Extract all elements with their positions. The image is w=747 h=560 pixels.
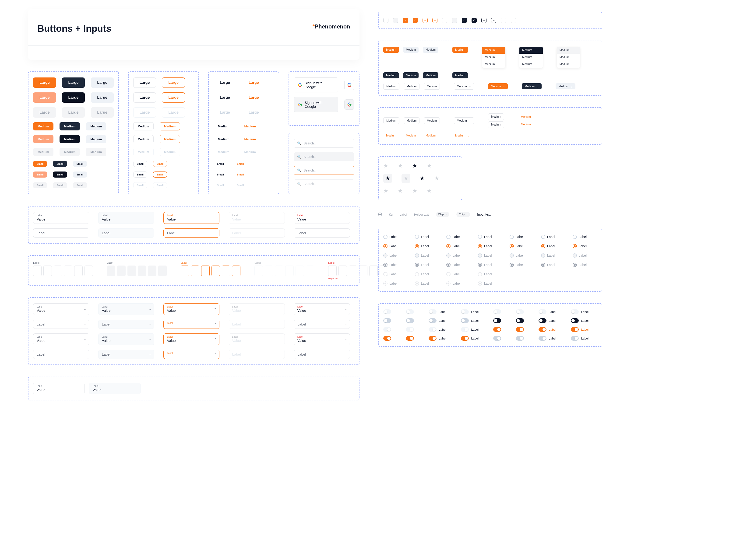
btn-ghost-md[interactable]: Medium <box>213 122 234 130</box>
radio-unchecked-hover[interactable]: Label <box>541 254 566 258</box>
select-active[interactable]: LabelValue⌃ <box>163 334 220 345</box>
toggle-on-orange[interactable] <box>516 327 524 332</box>
checkbox-unchecked-hover[interactable] <box>452 18 457 23</box>
tag-outline[interactable]: Medium <box>404 117 420 124</box>
star-icon-filled[interactable]: ★ <box>420 175 425 182</box>
select-empty-active[interactable]: Label⌃ <box>163 320 220 329</box>
btn-outline-md[interactable]: Medium <box>133 122 154 130</box>
btn-outline-large-hover[interactable]: Large <box>133 92 156 103</box>
btn-outline-orange-large[interactable]: Large <box>162 77 185 88</box>
toggle-off[interactable] <box>406 310 414 314</box>
radio-unchecked-hover[interactable]: Label <box>510 254 534 258</box>
radio-checked-orange[interactable]: Label <box>510 244 534 248</box>
tag-button-dark[interactable]: Medium <box>453 72 468 78</box>
google-signin-button[interactable]: Sign in with Google <box>294 77 338 92</box>
tag-dark[interactable]: Medium <box>423 72 438 78</box>
text-input-empty-hover[interactable]: Label <box>98 229 154 238</box>
tag-grey[interactable]: Medium <box>423 47 438 53</box>
tag-text-orange[interactable]: Medium <box>403 133 419 139</box>
btn-ghost-orange-large-hover[interactable]: Large <box>242 92 265 103</box>
toggle-off[interactable] <box>516 310 524 314</box>
btn-outline-orange-md[interactable]: Medium <box>160 122 180 130</box>
btn-outline-md-hover[interactable]: Medium <box>133 135 154 143</box>
btn-ghost-large-hover[interactable]: Large <box>213 92 236 103</box>
radio-unchecked[interactable]: Label <box>541 235 566 239</box>
btn-outline-orange-md-hover[interactable]: Medium <box>160 135 180 143</box>
radio-unchecked-hover[interactable]: Label <box>415 254 439 258</box>
btn-ghost-sm-hover[interactable]: Small <box>213 171 227 178</box>
menu-item[interactable]: Medium <box>519 54 543 61</box>
tag-text-orange[interactable]: Medium <box>383 133 399 139</box>
btn-ghost-orange-md[interactable]: Medium <box>240 122 260 130</box>
toggle-off-label-hover[interactable]: Label <box>461 318 487 323</box>
tag-dark[interactable]: Medium <box>403 72 419 78</box>
btn-outline-orange-large-hover[interactable]: Large <box>162 92 185 103</box>
tag-text-orange[interactable]: Medium <box>518 114 534 120</box>
toggle-on-orange[interactable] <box>406 336 414 341</box>
dropdown-grey[interactable]: Medium⌄ <box>556 83 575 89</box>
btn-grey-large[interactable]: Large <box>91 77 114 88</box>
search-input-active[interactable]: 🔍Search... <box>294 166 354 175</box>
menu-item[interactable]: Medium <box>557 61 580 68</box>
select-empty-active[interactable]: Label⌃ <box>163 350 220 359</box>
toggle-off-label-hover[interactable]: Label <box>429 318 455 323</box>
star-icon[interactable]: ★ <box>383 162 388 169</box>
btn-grey-md[interactable]: Medium <box>86 122 106 130</box>
btn-outline-orange-sm[interactable]: Small <box>153 161 167 167</box>
toggle-off-dark[interactable] <box>516 318 524 323</box>
toggle-off[interactable] <box>383 310 391 314</box>
text-input-empty-active[interactable]: Label <box>163 229 220 238</box>
checkbox-indeterminate-orange-outline[interactable]: − <box>432 18 437 23</box>
toggle-off-label[interactable]: Label <box>429 310 455 314</box>
chip[interactable]: Chip✕ <box>456 212 470 217</box>
radio-unchecked[interactable]: Label <box>415 235 439 239</box>
radio-checked-grey[interactable]: Label <box>383 263 408 267</box>
toggle-on-orange[interactable] <box>493 327 501 332</box>
tag-text-orange[interactable]: Medium <box>423 133 438 139</box>
btn-primary-sm-hover[interactable]: Small <box>33 171 47 178</box>
toggle-on-light-label[interactable]: Label <box>461 327 487 332</box>
btn-ghost-sm[interactable]: Small <box>213 161 227 167</box>
radio-checked-grey[interactable]: Label <box>541 263 566 267</box>
checkbox-unchecked[interactable] <box>383 18 388 23</box>
google-signin-button-hover[interactable]: Sign in with Google <box>294 97 338 112</box>
toggle-on-grey[interactable] <box>516 336 524 341</box>
btn-black-md[interactable]: Medium <box>59 135 80 143</box>
tag-outline[interactable]: Medium <box>404 83 420 89</box>
btn-black-large[interactable]: Large <box>62 92 85 103</box>
toggle-off-hover[interactable] <box>383 318 391 323</box>
star-icon-filled[interactable]: ★ <box>412 162 417 169</box>
toggle-off-dark-label[interactable]: Label <box>571 318 597 323</box>
otp-input[interactable] <box>33 266 93 276</box>
checkbox-indeterminate-dark-outline[interactable]: − <box>481 18 487 23</box>
tag-button-orange[interactable]: Medium <box>453 47 468 53</box>
radio-checked-grey[interactable]: Label <box>478 263 503 267</box>
toggle-off-dark-label[interactable]: Label <box>539 318 565 323</box>
btn-dark-md[interactable]: Medium <box>59 122 80 130</box>
radio-unchecked[interactable]: Label <box>573 235 597 239</box>
radio-unchecked[interactable]: Label <box>383 235 408 239</box>
radio-unchecked[interactable]: Label <box>446 235 471 239</box>
toggle-on-orange[interactable] <box>383 336 391 341</box>
menu-item[interactable]: Medium <box>557 54 580 61</box>
toggle-on-orange-label[interactable]: Label <box>571 327 597 332</box>
btn-primary-large[interactable]: Large <box>33 77 56 88</box>
menu-item-active[interactable]: Medium <box>519 47 543 54</box>
select[interactable]: LabelValue⌄ <box>33 303 89 315</box>
star-icon[interactable]: ★ <box>434 175 439 182</box>
btn-primary-md[interactable]: Medium <box>33 122 53 130</box>
checkbox-checked-dark[interactable]: ✓ <box>471 18 477 23</box>
toggle-on-grey[interactable] <box>493 336 501 341</box>
menu-item[interactable]: Medium <box>482 54 506 61</box>
menu-item-active[interactable]: Medium <box>557 47 580 54</box>
btn-dark-sm[interactable]: Small <box>53 161 67 167</box>
menu-item[interactable]: Medium <box>482 61 506 68</box>
text-input-empty[interactable]: Label <box>33 229 89 238</box>
checkbox-indeterminate-dark-outline[interactable]: − <box>491 18 496 23</box>
toggle-off-label[interactable]: Label <box>539 310 565 314</box>
checkbox-indeterminate-orange-outline[interactable]: − <box>422 18 428 23</box>
btn-grey-sm-hover[interactable]: Small <box>73 171 87 178</box>
checkbox-checked-orange[interactable]: ✓ <box>403 18 408 23</box>
btn-grey-md-hover[interactable]: Medium <box>86 135 106 143</box>
radio-checked-grey[interactable]: Label <box>510 263 534 267</box>
